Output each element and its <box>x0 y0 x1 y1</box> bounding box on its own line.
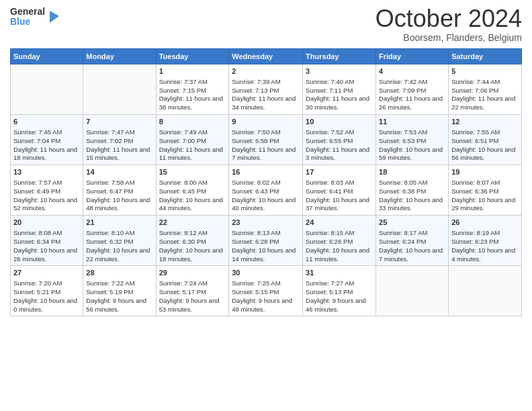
sunrise-text: Sunrise: 7:53 AM <box>379 128 427 136</box>
day-number: 24 <box>306 218 373 228</box>
sunrise-text: Sunrise: 7:39 AM <box>232 78 280 85</box>
sunset-text: Sunset: 7:13 PM <box>232 87 279 94</box>
sunset-text: Sunset: 6:24 PM <box>379 238 426 245</box>
calendar-cell: 30Sunrise: 7:25 AMSunset: 5:15 PMDayligh… <box>229 266 303 316</box>
sunrise-text: Sunrise: 7:57 AM <box>13 179 62 186</box>
daylight-text: Daylight: 11 hours and 26 minutes. <box>379 95 443 111</box>
sunset-text: Sunset: 6:32 PM <box>86 238 133 245</box>
sunset-text: Sunset: 7:02 PM <box>86 137 133 144</box>
calendar-cell: 22Sunrise: 8:12 AMSunset: 6:30 PMDayligh… <box>156 216 229 266</box>
calendar-cell: 1Sunrise: 7:37 AMSunset: 7:15 PMDaylight… <box>156 64 229 115</box>
daylight-text: Daylight: 9 hours and 56 minutes. <box>86 297 146 313</box>
sunset-text: Sunset: 5:19 PM <box>86 288 133 295</box>
calendar-cell: 18Sunrise: 8:05 AMSunset: 6:38 PMDayligh… <box>376 165 449 216</box>
calendar-cell: 26Sunrise: 8:19 AMSunset: 6:23 PMDayligh… <box>449 216 522 266</box>
daylight-text: Daylight: 10 hours and 56 minutes. <box>451 146 515 162</box>
sunset-text: Sunset: 6:55 PM <box>306 137 353 144</box>
day-number: 20 <box>13 218 80 228</box>
weekday-header-friday: Friday <box>376 49 449 64</box>
page: General Blue October 2024 Boorsem, Fland… <box>0 0 532 411</box>
daylight-text: Daylight: 10 hours and 14 minutes. <box>232 246 296 263</box>
daylight-text: Daylight: 9 hours and 46 minutes. <box>306 297 366 313</box>
daylight-text: Daylight: 10 hours and 11 minutes. <box>306 246 369 263</box>
calendar-cell: 14Sunrise: 7:58 AMSunset: 6:47 PMDayligh… <box>83 165 156 216</box>
week-row-1: 6Sunrise: 7:45 AMSunset: 7:04 PMDaylight… <box>11 115 522 165</box>
day-number: 8 <box>159 117 226 127</box>
sunset-text: Sunset: 6:30 PM <box>159 238 206 245</box>
day-number: 26 <box>451 218 519 228</box>
logo: General Blue <box>10 7 59 28</box>
week-row-3: 20Sunrise: 8:08 AMSunset: 6:34 PMDayligh… <box>11 216 522 266</box>
calendar-cell: 6Sunrise: 7:45 AMSunset: 7:04 PMDaylight… <box>11 115 83 165</box>
sunrise-text: Sunrise: 8:15 AM <box>306 229 354 236</box>
sunrise-text: Sunrise: 8:17 AM <box>379 229 427 236</box>
day-number: 29 <box>159 268 226 278</box>
daylight-text: Daylight: 10 hours and 48 minutes. <box>86 196 150 212</box>
daylight-text: Daylight: 10 hours and 33 minutes. <box>379 196 443 212</box>
calendar-cell <box>11 64 83 115</box>
calendar-cell <box>449 266 522 316</box>
daylight-text: Daylight: 10 hours and 7 minutes. <box>379 246 443 263</box>
weekday-header-thursday: Thursday <box>303 49 376 64</box>
svg-marker-0 <box>50 11 59 23</box>
sunrise-text: Sunrise: 7:22 AM <box>86 279 134 287</box>
sunrise-text: Sunrise: 7:47 AM <box>86 128 134 136</box>
daylight-text: Daylight: 10 hours and 37 minutes. <box>306 196 369 212</box>
daylight-text: Daylight: 11 hours and 3 minutes. <box>306 146 369 162</box>
daylight-text: Daylight: 11 hours and 38 minutes. <box>159 95 223 111</box>
calendar-cell: 29Sunrise: 7:24 AMSunset: 5:17 PMDayligh… <box>156 266 229 316</box>
sunset-text: Sunset: 6:45 PM <box>159 187 206 195</box>
daylight-text: Daylight: 10 hours and 18 minutes. <box>159 246 223 263</box>
day-number: 13 <box>13 167 80 177</box>
day-number: 12 <box>451 117 519 127</box>
sunrise-text: Sunrise: 7:24 AM <box>159 279 208 287</box>
sunset-text: Sunset: 6:41 PM <box>306 187 353 195</box>
day-number: 4 <box>379 66 445 77</box>
sunset-text: Sunset: 7:11 PM <box>306 87 353 94</box>
daylight-text: Daylight: 11 hours and 18 minutes. <box>13 146 77 162</box>
calendar-cell <box>376 266 449 316</box>
sunset-text: Sunset: 7:04 PM <box>13 137 60 144</box>
daylight-text: Daylight: 10 hours and 22 minutes. <box>86 246 150 263</box>
daylight-text: Daylight: 11 hours and 34 minutes. <box>232 95 296 111</box>
sunset-text: Sunset: 6:34 PM <box>13 238 60 245</box>
daylight-text: Daylight: 10 hours and 52 minutes. <box>13 196 77 212</box>
daylight-text: Daylight: 10 hours and 44 minutes. <box>159 196 223 212</box>
day-number: 17 <box>306 167 373 177</box>
day-number: 21 <box>86 218 152 228</box>
calendar-cell: 19Sunrise: 8:07 AMSunset: 6:36 PMDayligh… <box>449 165 522 216</box>
daylight-text: Daylight: 10 hours and 40 minutes. <box>232 196 296 212</box>
week-row-4: 27Sunrise: 7:20 AMSunset: 5:21 PMDayligh… <box>11 266 522 316</box>
day-number: 11 <box>379 117 445 127</box>
calendar-cell: 7Sunrise: 7:47 AMSunset: 7:02 PMDaylight… <box>83 115 156 165</box>
day-number: 15 <box>159 167 226 177</box>
daylight-text: Daylight: 10 hours and 26 minutes. <box>13 246 77 263</box>
sunset-text: Sunset: 6:23 PM <box>451 238 498 245</box>
calendar-cell: 12Sunrise: 7:55 AMSunset: 6:51 PMDayligh… <box>449 115 522 165</box>
calendar-cell: 2Sunrise: 7:39 AMSunset: 7:13 PMDaylight… <box>229 64 303 115</box>
sunset-text: Sunset: 6:58 PM <box>232 137 279 144</box>
day-number: 6 <box>13 117 80 127</box>
calendar-cell: 15Sunrise: 8:00 AMSunset: 6:45 PMDayligh… <box>156 165 229 216</box>
sunrise-text: Sunrise: 8:08 AM <box>13 229 62 236</box>
sunset-text: Sunset: 5:13 PM <box>306 288 353 295</box>
day-number: 1 <box>159 66 226 77</box>
daylight-text: Daylight: 11 hours and 7 minutes. <box>232 146 296 162</box>
day-number: 5 <box>451 66 519 77</box>
calendar-cell: 23Sunrise: 8:13 AMSunset: 6:28 PMDayligh… <box>229 216 303 266</box>
day-number: 2 <box>232 66 300 77</box>
calendar-cell: 24Sunrise: 8:15 AMSunset: 6:26 PMDayligh… <box>303 216 376 266</box>
sunrise-text: Sunrise: 8:13 AM <box>232 229 280 236</box>
sunset-text: Sunset: 6:51 PM <box>451 137 498 144</box>
calendar-cell: 13Sunrise: 7:57 AMSunset: 6:49 PMDayligh… <box>11 165 83 216</box>
sunset-text: Sunset: 5:17 PM <box>159 288 206 295</box>
calendar-cell: 17Sunrise: 8:03 AMSunset: 6:41 PMDayligh… <box>303 165 376 216</box>
calendar-cell: 8Sunrise: 7:49 AMSunset: 7:00 PMDaylight… <box>156 115 229 165</box>
sunset-text: Sunset: 6:49 PM <box>13 187 60 195</box>
sunset-text: Sunset: 7:00 PM <box>159 137 206 144</box>
day-number: 31 <box>306 268 373 278</box>
day-number: 25 <box>379 218 445 228</box>
sunrise-text: Sunrise: 7:58 AM <box>86 179 134 186</box>
calendar-cell: 10Sunrise: 7:52 AMSunset: 6:55 PMDayligh… <box>303 115 376 165</box>
sunset-text: Sunset: 5:21 PM <box>13 288 60 295</box>
